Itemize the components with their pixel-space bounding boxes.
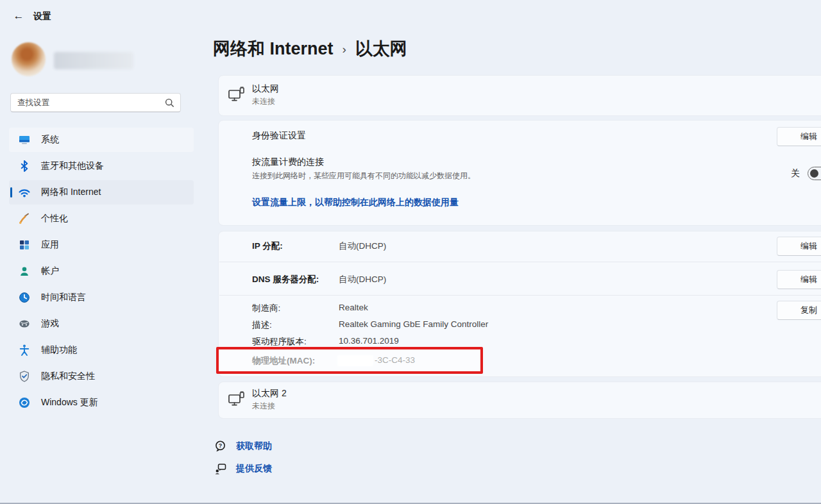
sidebar-item-label: 游戏 — [41, 318, 59, 330]
accessibility-icon — [18, 344, 31, 357]
metered-toggle[interactable] — [808, 167, 821, 180]
sidebar-item-label: 网络和 Internet — [41, 187, 101, 198]
divider — [219, 295, 821, 296]
mac-address-value: -3C-C4-33 — [375, 355, 415, 365]
sidebar-item-label: 辅助功能 — [41, 344, 77, 356]
sidebar-item-personalization[interactable]: 个性化 — [9, 206, 194, 231]
bluetooth-icon — [18, 160, 31, 172]
sidebar-item-label: 蓝牙和其他设备 — [41, 160, 104, 172]
manufacturer-label: 制造商: — [252, 303, 280, 314]
dns-assignment-value: 自动(DHCP) — [339, 274, 386, 285]
sidebar-item-bluetooth-devices[interactable]: 蓝牙和其他设备 — [9, 154, 194, 178]
manufacturer-value: Realtek — [339, 303, 368, 312]
connection-settings-card: 身份验证设置 编辑 按流量计费的连接 连接到此网络时，某些应用可能具有不同的功能… — [218, 120, 821, 226]
gaming-icon — [18, 317, 31, 330]
accounts-icon — [18, 265, 31, 278]
windows-update-icon — [18, 396, 31, 409]
breadcrumb-parent[interactable]: 网络和 Internet — [213, 37, 334, 60]
auth-settings-label: 身份验证设置 — [252, 130, 306, 142]
sidebar-item-time-language[interactable]: 时间和语言 — [9, 285, 194, 310]
apps-icon — [18, 239, 31, 251]
sidebar-nav: 系统 蓝牙和其他设备 网络和 Internet 个性化 应用 — [9, 128, 194, 417]
metered-toggle-label: 关 — [791, 168, 800, 180]
ethernet-card[interactable]: 以太网 未连接 — [218, 75, 821, 116]
ethernet-card-title: 以太网 — [252, 83, 279, 95]
get-help-label: 获取帮助 — [236, 441, 272, 452]
ethernet2-card[interactable]: 以太网 2 未连接 — [218, 382, 821, 419]
breadcrumb-separator-icon: › — [343, 42, 346, 56]
settings-window: ← 设置 系统 蓝牙和其他设备 网络和 Internet — [0, 0, 821, 504]
sidebar-item-label: 应用 — [41, 239, 59, 251]
adapter-details-card: IP 分配: 自动(DHCP) 编辑 DNS 服务器分配: 自动(DHCP) 编… — [218, 231, 821, 377]
metered-connection-description: 连接到此网络时，某些应用可能具有不同的功能以减少数据使用。 — [252, 171, 475, 181]
metered-toggle-group: 关 — [791, 167, 821, 180]
personalization-icon — [18, 212, 31, 225]
svg-text:?: ? — [219, 442, 223, 449]
network-icon — [18, 186, 31, 199]
privacy-icon — [18, 370, 31, 383]
sidebar-item-label: 个性化 — [41, 213, 68, 224]
metered-connection-title: 按流量计费的连接 — [252, 156, 324, 168]
feedback-link[interactable]: 提供反馈 — [214, 462, 272, 475]
selected-indicator — [10, 187, 12, 197]
sidebar-item-windows-update[interactable]: Windows 更新 — [9, 391, 194, 415]
app-title: 设置 — [33, 11, 51, 22]
auth-edit-button[interactable]: 编辑 — [777, 127, 821, 146]
sidebar-item-accounts[interactable]: 帐户 — [9, 259, 194, 283]
search-box — [10, 93, 181, 112]
divider — [219, 262, 821, 262]
ethernet2-card-title: 以太网 2 — [252, 388, 287, 399]
sidebar-item-gaming[interactable]: 游戏 — [9, 312, 194, 336]
driver-version-label: 驱动程序版本: — [252, 336, 307, 348]
page-title: 以太网 — [355, 37, 407, 60]
sidebar-item-label: 帐户 — [41, 265, 59, 277]
get-help-link[interactable]: ? 获取帮助 — [214, 440, 272, 453]
sidebar-item-system[interactable]: 系统 — [9, 128, 194, 152]
mac-address-redacted-part — [337, 355, 373, 366]
sidebar-item-privacy-security[interactable]: 隐私和安全性 — [9, 364, 194, 389]
ip-edit-button[interactable]: 编辑 — [777, 237, 821, 256]
time-language-icon — [18, 291, 31, 304]
sidebar-item-label: 时间和语言 — [41, 292, 86, 303]
data-limit-link[interactable]: 设置流量上限，以帮助控制在此网络上的数据使用量 — [252, 197, 459, 208]
system-icon — [18, 133, 31, 146]
avatar — [12, 42, 46, 76]
search-icon — [164, 97, 175, 111]
feedback-icon — [214, 462, 227, 475]
description-value: Realtek Gaming GbE Family Controller — [339, 319, 488, 329]
ethernet-adapter-icon — [226, 85, 247, 108]
search-input[interactable] — [17, 94, 158, 112]
dns-assignment-label: DNS 服务器分配: — [252, 274, 319, 285]
description-label: 描述: — [252, 319, 272, 331]
ethernet-adapter-icon — [226, 389, 247, 412]
ip-assignment-value: 自动(DHCP) — [339, 240, 386, 252]
sidebar-item-label: 隐私和安全性 — [41, 371, 95, 382]
toggle-knob-icon — [810, 169, 818, 178]
mac-address-label: 物理地址(MAC): — [252, 355, 315, 367]
dns-edit-button[interactable]: 编辑 — [777, 270, 821, 289]
breadcrumb: 网络和 Internet › 以太网 — [213, 37, 407, 60]
sidebar-item-label: 系统 — [41, 134, 59, 146]
user-name-redacted — [54, 52, 133, 69]
sidebar-item-label: Windows 更新 — [41, 397, 98, 408]
ethernet-card-status: 未连接 — [252, 96, 275, 107]
sidebar-item-network-internet[interactable]: 网络和 Internet — [9, 180, 194, 205]
sidebar-item-apps[interactable]: 应用 — [9, 233, 194, 257]
feedback-label: 提供反馈 — [236, 463, 272, 475]
back-button[interactable]: ← — [10, 8, 27, 24]
driver-version-value: 10.36.701.2019 — [339, 336, 399, 346]
get-help-icon: ? — [214, 440, 227, 453]
copy-button[interactable]: 复制 — [777, 301, 821, 320]
sidebar-item-accessibility[interactable]: 辅助功能 — [9, 338, 194, 362]
ip-assignment-label: IP 分配: — [252, 240, 283, 252]
ethernet2-card-status: 未连接 — [252, 401, 275, 412]
